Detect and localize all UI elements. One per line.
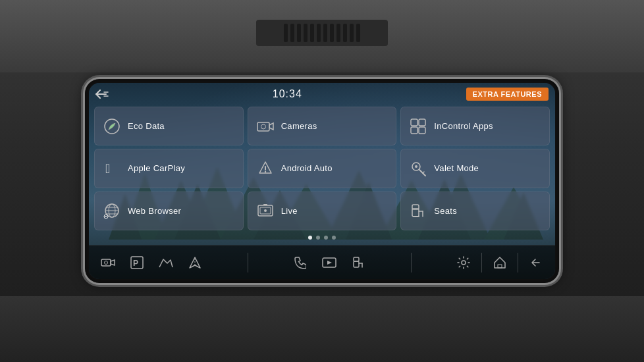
back-arrow-icon[interactable]: [95, 90, 109, 99]
right-bar-section: [450, 249, 550, 276]
dot-1[interactable]: [308, 236, 312, 240]
svg-text:P: P: [133, 259, 138, 268]
svg-rect-30: [257, 122, 269, 131]
incontrol-apps-tile[interactable]: InControl Apps: [400, 107, 550, 145]
phone-bar-icon[interactable]: [286, 249, 314, 276]
apple-carplay-label: Apple CarPlay: [128, 163, 185, 173]
web-browser-icon: [103, 201, 121, 220]
grid-col-2: Cameras Android Auto: [248, 107, 397, 230]
seat-bar-icon[interactable]: [344, 249, 372, 276]
svg-marker-54: [111, 260, 115, 265]
terrain-bar-icon[interactable]: [152, 249, 180, 276]
android-auto-label: Android Auto: [281, 163, 333, 173]
svg-rect-62: [354, 261, 359, 267]
svg-point-66: [462, 261, 466, 265]
svg-point-29: [105, 216, 107, 217]
screen-bezel: 10:34 EXTRA FEATURES: [85, 79, 559, 283]
android-auto-tile[interactable]: Android Auto: [248, 149, 397, 188]
app-grid: Eco Data  Apple CarPlay: [89, 104, 555, 230]
svg-line-47: [423, 172, 424, 173]
svg-rect-41: [419, 119, 425, 126]
web-browser-label: Web Browser: [128, 206, 181, 216]
extra-features-button[interactable]: EXTRA FEATURES: [466, 88, 549, 101]
eco-data-tile[interactable]: Eco Data: [94, 107, 244, 145]
valet-mode-icon: [409, 159, 427, 178]
svg-marker-61: [327, 261, 332, 265]
car-top: [0, 0, 644, 72]
left-bar-section: P: [94, 249, 209, 276]
svg-rect-63: [354, 257, 359, 261]
live-label: Live: [281, 206, 298, 216]
dot-3[interactable]: [324, 236, 328, 240]
bottom-toolbar: P: [89, 245, 555, 279]
air-vent-top: [256, 20, 388, 46]
svg-point-35: [264, 171, 265, 172]
android-auto-icon: [256, 159, 275, 178]
cameras-icon: [256, 117, 275, 136]
svg-rect-48: [412, 209, 419, 217]
eco-data-label: Eco Data: [128, 121, 165, 131]
svg-point-38: [264, 209, 267, 212]
grid-col-3: InControl Apps Vale: [400, 107, 550, 230]
svg-rect-43: [419, 127, 425, 134]
svg-marker-67: [495, 257, 505, 268]
media-bar-icon[interactable]: [315, 249, 343, 276]
live-icon: [256, 201, 275, 220]
seats-icon: [409, 201, 427, 220]
svg-rect-53: [101, 259, 111, 266]
svg-rect-40: [411, 119, 417, 126]
cameras-label: Cameras: [281, 121, 317, 131]
pagination-dots: [89, 232, 555, 244]
camera-bar-icon[interactable]: [94, 249, 122, 276]
seats-label: Seats: [434, 206, 457, 216]
bar-divider-4: [518, 253, 518, 272]
dot-2[interactable]: [316, 236, 320, 240]
bar-divider-2: [411, 253, 412, 272]
valet-mode-tile[interactable]: Valet Mode: [400, 149, 550, 188]
apple-carplay-tile[interactable]:  Apple CarPlay: [94, 149, 244, 188]
cameras-tile[interactable]: Cameras: [248, 107, 397, 145]
grid-col-1: Eco Data  Apple CarPlay: [94, 107, 244, 230]
home-bar-icon[interactable]: [486, 249, 514, 276]
screen-content: 10:34 EXTRA FEATURES: [89, 83, 555, 279]
seats-tile[interactable]: Seats: [400, 192, 550, 230]
parking-bar-icon[interactable]: P: [123, 249, 151, 276]
svg-rect-42: [411, 127, 417, 134]
center-bar-section: [286, 249, 372, 276]
incontrol-apps-label: InControl Apps: [434, 121, 493, 131]
time-display: 10:34: [109, 88, 466, 100]
svg-point-45: [415, 165, 417, 168]
carplay-icon: : [103, 159, 121, 178]
back-bar-icon[interactable]: [522, 249, 550, 276]
eco-data-icon: [103, 117, 121, 136]
top-bar: 10:34 EXTRA FEATURES: [89, 83, 555, 104]
car-bottom: [0, 296, 644, 362]
bar-divider-3: [481, 253, 482, 272]
live-tile[interactable]: Live: [248, 192, 397, 230]
svg-point-32: [261, 124, 265, 129]
svg-marker-31: [269, 123, 273, 130]
svg-text:: : [105, 161, 110, 176]
svg-rect-39: [263, 204, 267, 205]
bar-divider-1: [248, 253, 248, 272]
valet-mode-label: Valet Mode: [434, 163, 479, 173]
web-browser-tile[interactable]: Web Browser: [94, 192, 244, 230]
svg-point-55: [105, 261, 108, 264]
settings-bar-icon[interactable]: [450, 249, 477, 276]
incontrol-apps-icon: [409, 117, 427, 136]
infotainment-screen: 10:34 EXTRA FEATURES: [89, 83, 555, 279]
dot-4[interactable]: [332, 236, 336, 240]
navigation-bar-icon[interactable]: [181, 249, 209, 276]
car-surround: 10:34 EXTRA FEATURES: [0, 0, 644, 362]
